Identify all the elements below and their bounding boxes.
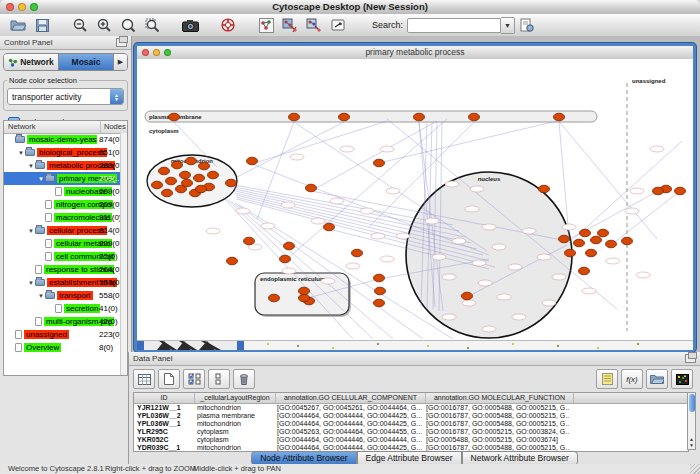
unselected-node[interactable] [508,264,522,270]
unselected-node[interactable] [465,206,479,212]
unselected-node[interactable] [282,268,296,274]
tree-scrollbar[interactable] [120,133,127,375]
selected-node[interactable] [324,223,335,231]
selected-node[interactable] [339,113,350,121]
table-cell[interactable]: [GO:0045267, GO:0045261, GO:0044464, G..… [274,404,423,412]
tree-row[interactable]: multi-organism pro42(0) [4,315,121,328]
table-row[interactable]: YPL036W__2plasma membrane[GO:0044464, GO… [134,412,688,420]
unselected-node[interactable] [311,218,325,224]
unselected-node[interactable] [470,186,484,192]
network-edge[interactable] [311,121,437,191]
unselected-node[interactable] [371,233,385,239]
unselected-node[interactable] [330,198,344,204]
resize-grip[interactable] [690,464,700,474]
selected-node[interactable] [196,185,207,193]
selected-node[interactable] [565,249,576,257]
tree-row[interactable]: nitrogen compo209(0) [4,198,121,211]
node-color-dropdown[interactable]: transporter activity ▲▼ [7,88,124,105]
expand-arrow-icon[interactable]: ▼ [37,176,45,182]
selected-node[interactable] [199,162,210,170]
attribute-table-icon[interactable] [133,369,155,389]
unselected-node[interactable] [606,258,620,264]
unselected-node[interactable] [650,146,664,152]
selected-node[interactable] [208,171,219,179]
unselected-node[interactable] [346,263,360,269]
selected-node[interactable] [462,292,473,300]
selected-node[interactable] [598,229,609,237]
selected-node[interactable] [289,113,300,121]
tree-row[interactable]: response to stimulu264(0) [4,263,121,276]
tab-overflow-icon[interactable]: ▶ [114,54,127,70]
unselected-node[interactable] [281,202,295,208]
selected-node[interactable] [591,236,602,244]
table-cell[interactable]: plasma membrane [194,412,274,420]
table-cell[interactable]: [GO:0016787, GO:0005488, GO:0005215, G..… [423,412,570,420]
unselected-node[interactable] [482,326,496,332]
zoom-selected-icon[interactable] [117,16,139,34]
unselected-node[interactable] [462,300,476,306]
expand-arrow-icon[interactable]: ▼ [27,163,35,169]
network-view-icon[interactable] [255,16,277,34]
table-row[interactable]: YLR295Ccytoplasm[GO:0045263, GO:0044464,… [134,428,688,436]
open-file-button[interactable] [7,16,29,34]
table-row[interactable]: YPL036W__1mitochondrion[GO:0044464, GO:0… [134,420,688,428]
unselected-node[interactable] [290,154,304,160]
import-attributes-icon[interactable] [646,369,668,389]
tree-col-nodes[interactable]: Nodes [101,121,127,133]
tree-row[interactable]: nucleobase-209(0) [4,185,121,198]
zoom-in-icon[interactable] [93,16,115,34]
table-column-header[interactable]: annotation.GO CELLULAR_COMPONENT [276,393,426,403]
selected-node[interactable] [159,167,170,175]
unselected-node[interactable] [425,218,439,224]
selected-node[interactable] [586,249,597,257]
selected-node[interactable] [539,185,550,193]
table-column-header[interactable]: _cellularLayoutRegion [195,393,276,403]
tab-mosaic[interactable]: Mosaic [59,54,114,70]
tree-row[interactable]: secretion41(0) [4,302,121,315]
unselected-node[interactable] [432,254,446,260]
function-builder-icon[interactable]: f(x) [621,369,643,389]
selected-node[interactable] [469,113,480,121]
selected-node[interactable] [375,287,386,295]
selected-node[interactable] [166,177,177,185]
unselected-node[interactable] [340,146,354,152]
selected-node[interactable] [299,294,310,302]
table-cell[interactable]: YPL036W__1 [134,420,194,428]
unselected-node[interactable] [445,181,459,187]
unselected-node[interactable] [497,294,511,300]
expand-arrow-icon[interactable]: ▼ [37,293,45,299]
unselected-node[interactable] [636,272,650,278]
unselected-node[interactable] [442,314,456,320]
unselected-node[interactable] [396,233,410,239]
table-cell[interactable]: cytoplasm [194,436,274,444]
table-cell[interactable]: YLR295C [134,428,194,436]
unselected-node[interactable] [478,280,492,286]
unselected-node[interactable] [537,254,551,260]
unselected-node[interactable] [442,274,456,280]
table-row[interactable]: YKR052Ccytoplasm[GO:0044464, GO:0044446,… [134,436,688,444]
table-cell[interactable]: [GO:0044464, GO:0044444, GO:0044425, G..… [274,420,423,428]
selected-node[interactable] [169,113,180,121]
tree-row[interactable]: ▼establishment of lo558(0) [4,276,121,289]
selected-node[interactable] [414,113,425,121]
selected-node[interactable] [280,255,291,263]
scroll-down-icon[interactable]: ▼ [688,442,695,448]
help-lifering-icon[interactable] [217,16,239,34]
unselected-node[interactable] [512,314,526,320]
delete-attribute-icon[interactable] [233,369,255,389]
unselected-node[interactable] [562,224,576,230]
table-cell[interactable]: cytoplasm [194,428,274,436]
unselected-node[interactable] [522,228,536,234]
selected-node[interactable] [352,249,363,257]
selected-node[interactable] [299,287,310,295]
selected-node[interactable] [580,229,591,237]
selected-node[interactable] [227,257,238,265]
selected-node[interactable] [182,179,193,187]
expand-arrow-icon[interactable]: ▼ [17,150,25,156]
tree-row[interactable]: cell communicat22(0) [4,250,121,263]
network-edge[interactable] [252,121,387,164]
selected-node[interactable] [152,181,163,189]
tree-row[interactable]: unassigned223(0) [4,328,121,341]
unselected-node[interactable] [630,188,644,194]
tree-row[interactable]: macromolecule311(0) [4,211,121,224]
